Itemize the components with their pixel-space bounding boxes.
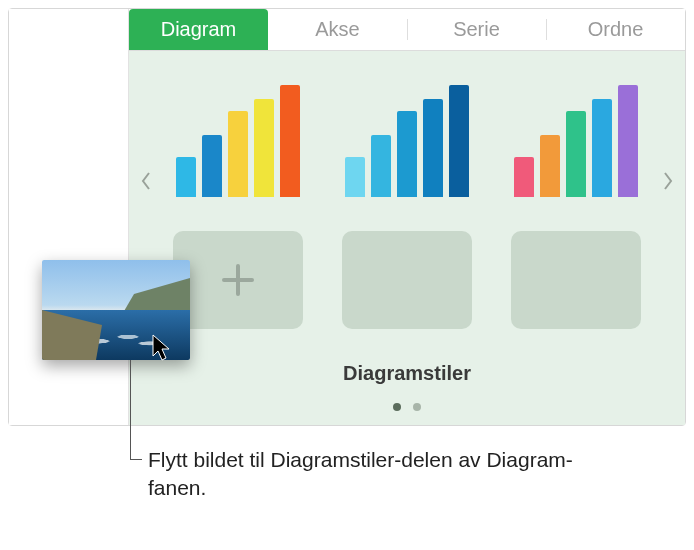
empty-style-slot[interactable] [511, 231, 641, 329]
instruction-caption: Flytt bildet til Diagramstiler-delen av … [148, 446, 578, 503]
bar-icon [592, 99, 612, 197]
empty-style-slot[interactable] [342, 231, 472, 329]
chart-style-preset-3[interactable] [511, 77, 641, 197]
tab-diagram[interactable]: Diagram [129, 9, 268, 50]
bar-icon [618, 85, 638, 197]
bar-icon [397, 111, 417, 197]
diagram-panel: Diagramstiler [129, 51, 685, 425]
tab-label: Diagram [161, 18, 237, 41]
style-row-presets [173, 77, 641, 197]
chevron-right-icon [662, 171, 674, 191]
inspector-tabs: Diagram Akse Serie Ordne [129, 9, 685, 51]
bar-icon [540, 135, 560, 197]
tab-akse[interactable]: Akse [268, 9, 407, 50]
carousel-next-button[interactable] [655, 161, 681, 201]
bar-icon [514, 157, 534, 197]
dragged-image-thumbnail[interactable] [42, 260, 190, 360]
page-indicator[interactable] [129, 403, 685, 411]
carousel-prev-button[interactable] [133, 161, 159, 201]
bar-icon [228, 111, 248, 197]
style-row-custom [173, 231, 641, 329]
tab-label: Akse [315, 18, 359, 41]
bar-icon [254, 99, 274, 197]
section-label: Diagramstiler [129, 362, 685, 385]
tab-ordne[interactable]: Ordne [546, 9, 685, 50]
callout-line [130, 360, 131, 460]
bar-icon [423, 99, 443, 197]
chart-style-preset-1[interactable] [173, 77, 303, 197]
chevron-left-icon [140, 171, 152, 191]
chart-style-preset-2[interactable] [342, 77, 472, 197]
style-carousel: Diagramstiler [129, 51, 685, 425]
bar-icon [202, 135, 222, 197]
bar-icon [371, 135, 391, 197]
bar-icon [345, 157, 365, 197]
bar-icon [566, 111, 586, 197]
left-gutter [9, 9, 129, 425]
add-style-slot[interactable] [173, 231, 303, 329]
plus-icon [222, 264, 254, 296]
page-dot[interactable] [393, 403, 401, 411]
tab-label: Ordne [588, 18, 644, 41]
tab-label: Serie [453, 18, 500, 41]
bar-icon [449, 85, 469, 197]
tab-serie[interactable]: Serie [407, 9, 546, 50]
bar-icon [176, 157, 196, 197]
page-dot[interactable] [413, 403, 421, 411]
bar-icon [280, 85, 300, 197]
